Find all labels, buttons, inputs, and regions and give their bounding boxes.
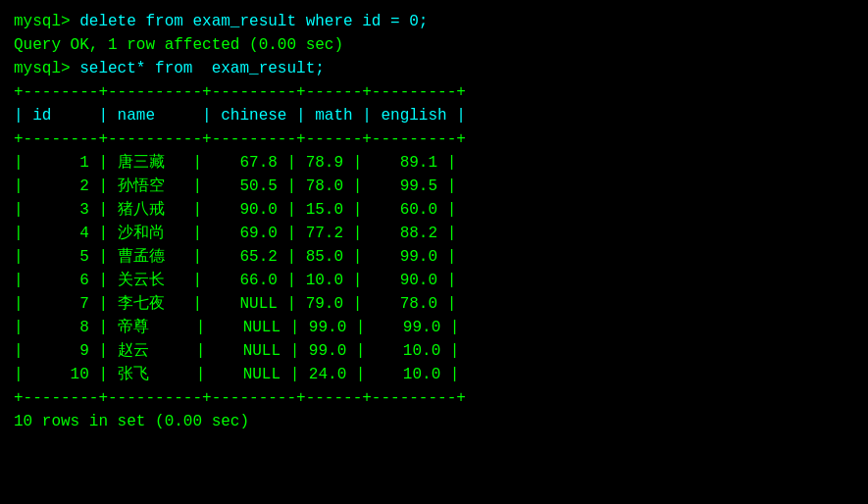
terminal-line: | 1 | 唐三藏 | 67.8 | 78.9 | 89.1 |	[14, 151, 854, 175]
terminal-line: | 9 | 赵云 | NULL | 99.0 | 10.0 |	[14, 339, 854, 363]
terminal-line: | 5 | 曹孟德 | 65.2 | 85.0 | 99.0 |	[14, 245, 854, 269]
terminal-line: | 3 | 猪八戒 | 90.0 | 15.0 | 60.0 |	[14, 198, 854, 222]
terminal: mysql> delete from exam_result where id …	[14, 10, 854, 433]
terminal-line: mysql> select* from exam_result;	[14, 57, 854, 80]
terminal-line: | 2 | 孙悟空 | 50.5 | 78.0 | 99.5 |	[14, 175, 854, 198]
terminal-line: | 8 | 帝尊 | NULL | 99.0 | 99.0 |	[14, 316, 854, 339]
terminal-line: | 10 | 张飞 | NULL | 24.0 | 10.0 |	[14, 363, 854, 386]
terminal-line: +--------+----------+---------+------+--…	[14, 127, 854, 151]
command-text: delete from exam_result where id = 0;	[71, 13, 429, 30]
terminal-line: | id | name | chinese | math | english |	[14, 104, 854, 127]
terminal-line: | 4 | 沙和尚 | 69.0 | 77.2 | 88.2 |	[14, 222, 854, 245]
command-text: select* from exam_result;	[71, 60, 325, 77]
terminal-line: +--------+----------+---------+------+--…	[14, 386, 854, 410]
prompt: mysql>	[14, 13, 71, 30]
terminal-line: | 6 | 关云长 | 66.0 | 10.0 | 90.0 |	[14, 269, 854, 292]
terminal-line: mysql> delete from exam_result where id …	[14, 10, 854, 33]
terminal-line: 10 rows in set (0.00 sec)	[14, 410, 854, 433]
prompt: mysql>	[14, 60, 71, 77]
terminal-line: | 7 | 李七夜 | NULL | 79.0 | 78.0 |	[14, 292, 854, 316]
terminal-line: Query OK, 1 row affected (0.00 sec)	[14, 33, 854, 57]
terminal-line: +--------+----------+---------+------+--…	[14, 80, 854, 104]
